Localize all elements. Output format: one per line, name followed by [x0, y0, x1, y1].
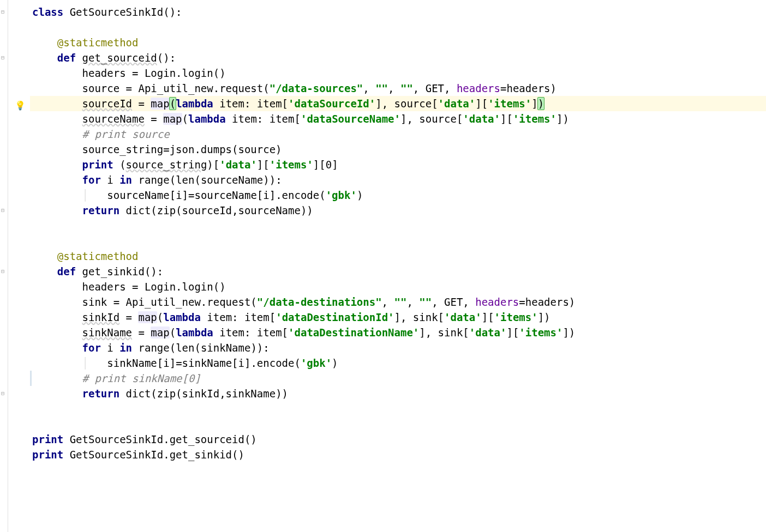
code-token: 'items'	[270, 159, 313, 171]
code-token: get_sourceid	[82, 52, 157, 64]
code-line[interactable]: return dict(zip(sinkId,sinkName))	[30, 386, 766, 401]
code-line[interactable]: for i in range(len(sourceName)):	[30, 172, 766, 188]
code-line[interactable]: def get_sinkid():	[30, 264, 766, 279]
code-line[interactable]: source = Api_util_new.request("/data-sou…	[30, 81, 766, 96]
code-token: ,	[388, 82, 400, 94]
code-line[interactable]: # print sinkName[0]	[30, 371, 766, 386]
code-token: "/data-destinations"	[257, 296, 382, 308]
caret-marker	[30, 371, 32, 386]
code-token: headers	[475, 296, 519, 308]
code-token: ][0]	[313, 159, 338, 171]
code-token: @staticmethod	[57, 37, 139, 49]
code-token: source_string=json.dumps(source)	[82, 143, 282, 155]
code-token: lambda	[176, 327, 213, 338]
code-token: 'gbk'	[326, 189, 357, 201]
code-token: ""	[394, 296, 406, 308]
code-token: range(len(sourceName)):	[139, 174, 282, 186]
code-token: lambda	[163, 311, 201, 323]
code-editor[interactable]: ⊟⊟⊟⊟⊟ 💡 class GetSourceSinkId(): @static…	[0, 0, 766, 532]
intention-bulb-icon[interactable]: 💡	[15, 98, 23, 107]
code-token: (	[119, 159, 125, 171]
code-line[interactable]	[30, 20, 766, 35]
code-token: ])	[538, 311, 550, 323]
code-token: 'data'	[463, 113, 500, 125]
code-token: 'gbk'	[301, 357, 332, 369]
code-line[interactable]: class GetSourceSinkId():	[30, 4, 766, 20]
code-token: headers = Login.login()	[82, 67, 226, 79]
code-token: headers	[457, 82, 500, 94]
code-token: )[	[207, 159, 219, 171]
code-line[interactable]	[30, 401, 766, 416]
code-line[interactable]: source_string=json.dumps(source)	[30, 142, 766, 157]
fold-marker-icon[interactable]: ⊟	[1, 9, 6, 14]
code-line[interactable]: # print source	[30, 126, 766, 142]
code-line[interactable]: sink = Api_util_new.request("/data-desti…	[30, 294, 766, 310]
code-token: ])	[556, 113, 569, 125]
code-token: in	[119, 174, 138, 186]
code-token: @staticmethod	[57, 250, 139, 262]
code-line[interactable]: def get_sourceid():	[30, 50, 766, 65]
code-line[interactable]: for i in range(len(sinkName)):	[30, 340, 766, 355]
code-token: dict(zip(sourceId,sourceName))	[126, 204, 313, 216]
code-token: source_string	[126, 159, 207, 171]
code-token: sinkId	[82, 311, 120, 323]
code-line[interactable]: @staticmethod	[30, 35, 766, 50]
fold-marker-icon[interactable]: ⊟	[1, 269, 6, 274]
code-token: 'data'	[219, 159, 257, 171]
code-line[interactable]: @staticmethod	[30, 249, 766, 264]
code-token: source = Api_util_new.request(	[82, 82, 270, 94]
bulb-gutter: 💡	[8, 0, 30, 532]
code-token: for	[82, 174, 107, 186]
code-token: sourceName	[82, 113, 145, 125]
code-token: dict(zip(sinkId,sinkName))	[126, 388, 288, 400]
code-line[interactable]: print GetSourceSinkId.get_sinkid()	[30, 447, 766, 462]
code-line[interactable]: headers = Login.login()	[30, 65, 766, 81]
fold-marker-icon[interactable]: ⊟	[1, 55, 6, 60]
code-token: ""	[375, 82, 388, 94]
code-token: get_sinkid():	[82, 265, 164, 277]
code-line[interactable]	[30, 233, 766, 249]
code-token: 'dataSourceName'	[301, 113, 400, 125]
code-token: sourceName[i]=sourceName[i].encode(	[107, 189, 325, 201]
code-token: 'dataDestinationId'	[276, 311, 394, 323]
fold-marker-icon[interactable]: ⊟	[1, 391, 6, 396]
code-token: "/data-sources"	[270, 82, 363, 94]
code-token: )	[357, 189, 363, 201]
code-line[interactable]: │ sourceName[i]=sourceName[i].encode('gb…	[30, 188, 766, 203]
code-line[interactable]: sourceId = map(lambda item: item['dataSo…	[30, 96, 766, 111]
code-line[interactable]: sinkName = map(lambda item: item['dataDe…	[30, 325, 766, 340]
code-line[interactable]: return dict(zip(sourceId,sourceName))	[30, 203, 766, 218]
code-token: class	[32, 6, 70, 18]
code-line[interactable]	[30, 218, 766, 233]
code-area[interactable]: class GetSourceSinkId(): @staticmethod d…	[30, 0, 766, 532]
code-token: print	[32, 433, 70, 445]
code-token: headers = Login.login()	[82, 281, 226, 293]
code-line[interactable]: │ sinkName[i]=sinkName[i].encode('gbk')	[30, 355, 766, 371]
code-token: =	[132, 98, 151, 110]
code-token: ], source[	[400, 113, 463, 125]
code-token: (	[170, 327, 176, 338]
code-token: sourceId	[82, 98, 133, 110]
code-line[interactable]: print GetSourceSinkId.get_sourceid()	[30, 432, 766, 447]
code-token: ,	[382, 296, 394, 308]
code-line[interactable]: headers = Login.login()	[30, 279, 766, 294]
code-token: )	[537, 97, 544, 110]
code-token: ][	[500, 113, 513, 125]
code-token: map	[138, 311, 157, 323]
fold-marker-icon[interactable]: ⊟	[1, 208, 6, 213]
code-line[interactable]: sourceName = map(lambda item: item['data…	[30, 111, 766, 126]
code-line[interactable]	[30, 416, 766, 432]
code-token: ])	[562, 327, 575, 338]
code-line[interactable]: sinkId = map(lambda item: item['dataDest…	[30, 310, 766, 325]
code-token: 'data'	[438, 98, 476, 110]
code-token: =	[132, 327, 151, 338]
code-token: map	[163, 113, 182, 125]
code-token: ], source[	[375, 98, 438, 110]
code-token: # print sinkName[0]	[82, 372, 201, 384]
code-line[interactable]: print (source_string)['data']['items'][0…	[30, 157, 766, 172]
code-token: GetSourceSinkId():	[70, 6, 182, 18]
code-token: ,	[406, 296, 419, 308]
code-token: 'data'	[469, 327, 507, 338]
code-token: ][	[506, 327, 519, 338]
code-token: range(len(sinkName)):	[139, 342, 270, 354]
